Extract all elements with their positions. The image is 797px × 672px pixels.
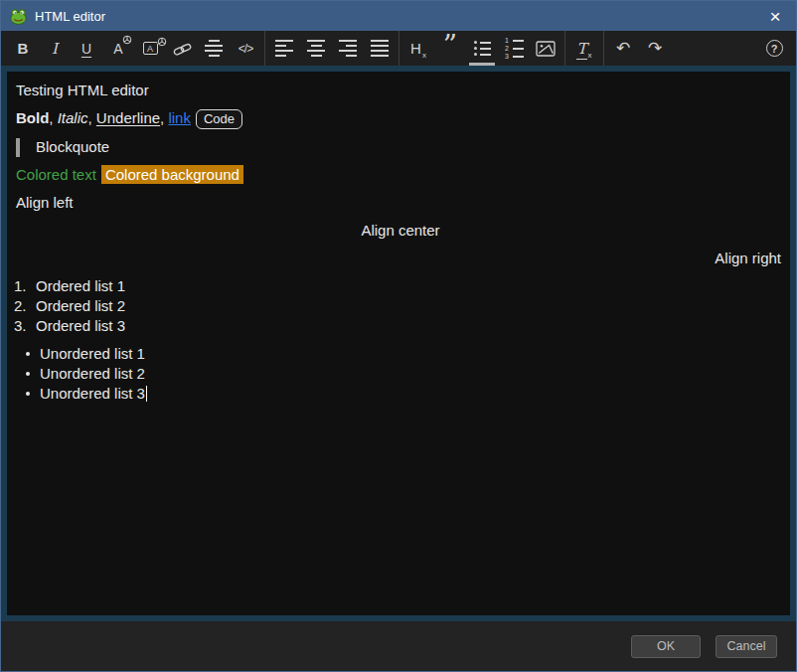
dialog-footer: OK Cancel (1, 621, 796, 671)
toolbar-separator (603, 31, 604, 66)
heading-button[interactable]: Hx (402, 31, 434, 66)
plain-paragraph: Testing HTML editor (12, 81, 785, 100)
align-center-paragraph: Align center (12, 221, 785, 241)
align-right-icon (339, 40, 357, 57)
ordered-list: 1.Ordered list 1 2.Ordered list 2 3.Orde… (12, 276, 785, 336)
insert-image-button[interactable] (530, 31, 561, 66)
align-center-icon (307, 40, 325, 57)
code-icon: </> (239, 42, 252, 56)
colored-paragraph: Colored textColored background (12, 165, 785, 185)
underline-button[interactable]: U (71, 31, 102, 66)
unordered-list: Unordered list 1 Unordered list 2 Unorde… (12, 344, 785, 404)
background-color-icon: A (143, 42, 158, 55)
align-left-paragraph: Align left (12, 193, 785, 213)
italic-button[interactable]: I (39, 31, 71, 66)
line-spacing-button[interactable] (198, 31, 230, 66)
ordered-list-item: 2.Ordered list 2 (12, 296, 785, 316)
toolbar-separator (564, 31, 565, 66)
bullet-dot (26, 352, 30, 356)
heading-icon: Hx (410, 40, 426, 58)
bold-icon: B (18, 40, 29, 57)
unordered-list-item: Unordered list 2 (12, 364, 785, 384)
link-button[interactable] (166, 31, 198, 66)
close-icon[interactable]: × (762, 3, 788, 29)
undo-icon: ↶ (616, 38, 630, 59)
blockquote-bar (16, 138, 20, 157)
italic-text: Italic (58, 109, 88, 126)
editor-area: Testing HTML editor Bold, Italic, Underl… (1, 66, 796, 621)
align-left-button[interactable] (268, 31, 300, 66)
colored-background-text: Colored background (101, 165, 243, 184)
align-right-paragraph: Align right (12, 249, 785, 268)
italic-icon: I (52, 40, 58, 58)
ordered-list-item: 3.Ordered list 3 (12, 316, 785, 336)
align-left-icon (275, 40, 293, 57)
text-color-icon: A (113, 40, 122, 58)
background-color-button[interactable]: A (134, 31, 166, 66)
unordered-list-item: Unordered list 3 (12, 384, 785, 404)
bullet-dot (26, 392, 30, 396)
html-editor-dialog: HTML editor × B I U A A (0, 0, 797, 672)
blockquote-button[interactable]: ” (434, 31, 466, 66)
justify-button[interactable] (364, 31, 396, 66)
title-bar: HTML editor × (1, 1, 796, 31)
blockquote-line: Blockquote (12, 137, 785, 157)
clear-formatting-icon: Tx (576, 40, 591, 58)
formatted-paragraph: Bold, Italic, Underline, linkCode (12, 108, 785, 129)
redo-button[interactable]: ↷ (639, 31, 671, 66)
window-title: HTML editor (35, 9, 105, 24)
blockquote-icon: ” (443, 41, 457, 56)
editor-content[interactable]: Testing HTML editor Bold, Italic, Underl… (7, 72, 790, 404)
justify-icon (371, 40, 389, 57)
line-spacing-icon (205, 40, 223, 57)
text-caret (146, 386, 147, 402)
code-text: Code (196, 109, 242, 129)
numbered-list-button[interactable]: 1 2 3 (498, 31, 530, 66)
align-right-button[interactable] (332, 31, 364, 66)
code-button[interactable]: </> (230, 31, 261, 66)
bold-button[interactable]: B (7, 31, 39, 66)
numbered-list-icon: 1 2 3 (505, 38, 524, 59)
text-color-button[interactable]: A (102, 31, 134, 66)
bullet-dot (26, 372, 30, 376)
unordered-list-item: Unordered list 1 (12, 344, 785, 364)
ordered-list-item: 1.Ordered list 1 (12, 276, 785, 296)
bold-text: Bold (16, 109, 49, 126)
help-icon: ? (766, 40, 783, 57)
colored-text: Colored text (16, 166, 96, 183)
redo-icon: ↷ (648, 38, 662, 59)
image-icon (536, 41, 556, 57)
cancel-button[interactable]: Cancel (716, 635, 777, 658)
formatting-toolbar: B I U A A </> (1, 31, 796, 66)
clear-formatting-button[interactable]: Tx (568, 31, 600, 66)
underline-icon: U (81, 41, 91, 57)
help-button[interactable]: ? (758, 31, 790, 66)
app-frog-icon (10, 8, 27, 25)
toolbar-separator (398, 31, 399, 66)
ok-button[interactable]: OK (631, 635, 701, 658)
bullet-list-button[interactable] (466, 31, 498, 66)
align-center-button[interactable] (300, 31, 332, 66)
bullet-list-icon (474, 41, 491, 56)
link-icon (173, 41, 192, 57)
undo-button[interactable]: ↶ (607, 31, 639, 66)
link-text[interactable]: link (168, 109, 191, 126)
underline-text: Underline (96, 109, 160, 126)
toolbar-separator (264, 31, 265, 66)
